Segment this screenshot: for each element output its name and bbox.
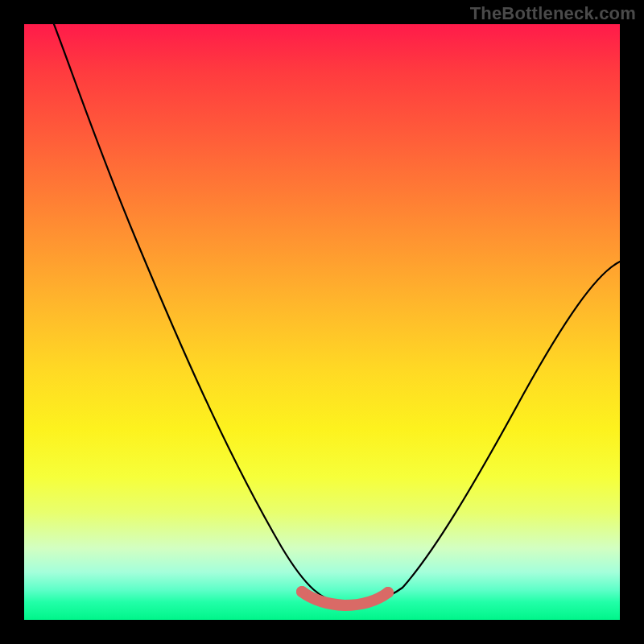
bottleneck-curve-svg bbox=[24, 24, 620, 620]
watermark-text: TheBottleneck.com bbox=[470, 3, 636, 24]
optimal-band bbox=[302, 592, 388, 605]
optimal-band-end-left bbox=[296, 586, 308, 597]
plot-area bbox=[24, 24, 620, 620]
optimal-band-end-right bbox=[382, 587, 394, 598]
chart-frame: TheBottleneck.com bbox=[0, 0, 644, 644]
bottleneck-curve bbox=[54, 24, 620, 604]
